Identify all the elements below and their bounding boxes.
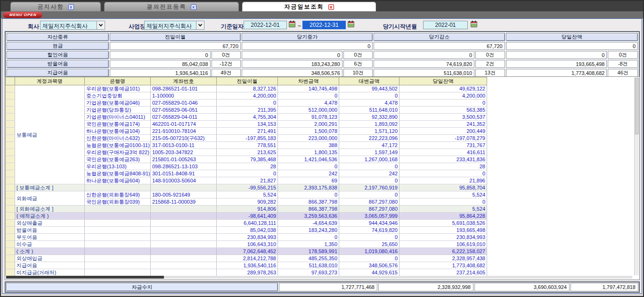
amount-cell[interactable]: 914,806 xyxy=(217,206,278,213)
company-select[interactable]: 제일저지주식회사 xyxy=(40,21,105,30)
amount-cell[interactable]: 183,243,280 xyxy=(278,227,339,234)
amount-cell[interactable]: 2,393,175,838 xyxy=(278,184,339,191)
row-selector[interactable] xyxy=(6,220,15,227)
bank-name[interactable]: 국민은행(외화통장039) xyxy=(85,198,151,206)
row-selector[interactable] xyxy=(6,234,15,241)
amount-cell[interactable]: 4,478 xyxy=(339,99,399,107)
row-selector[interactable] xyxy=(6,99,15,107)
grid-row[interactable]: 외화예금신한은행(외화통장649)180-005-9216495,524005,… xyxy=(6,191,487,198)
amount-cell[interactable]: 4,200,000 xyxy=(217,92,278,99)
amount-cell[interactable]: 2,000,291 xyxy=(278,121,339,128)
amount-cell[interactable]: 1,936,540,116 xyxy=(217,262,278,269)
amount-cell[interactable]: 1,421,046,536 xyxy=(278,156,339,163)
amount-cell[interactable]: 3,065,057,999 xyxy=(339,213,399,220)
bank-name[interactable]: 기업은행(마이너스04011) xyxy=(85,114,151,121)
amount-cell[interactable]: 237,214,605 xyxy=(399,269,487,276)
amount-cell[interactable]: 388 xyxy=(278,142,339,149)
close-icon[interactable]: x xyxy=(68,4,74,10)
grid-row[interactable]: 보통예금우리은행(보통예금101)098-286521-01-1018,327,… xyxy=(6,85,487,92)
account-number[interactable]: 027-055829-06-051 xyxy=(151,107,217,114)
amount-cell[interactable]: 0 xyxy=(217,99,278,107)
amount-cell[interactable]: 242 xyxy=(278,170,339,177)
amount-cell[interactable]: 511,638,010 xyxy=(278,262,339,269)
account-number[interactable]: 317-0013-0100-11 xyxy=(151,142,217,149)
row-selector[interactable] xyxy=(6,248,15,255)
amount-cell[interactable]: 2,328,957,438 xyxy=(399,255,487,262)
amount-cell[interactable]: 0 xyxy=(339,234,399,241)
amount-cell[interactable]: 0 xyxy=(339,255,399,262)
period-start-input[interactable]: 2022-01 xyxy=(423,21,468,29)
amount-cell[interactable]: 0 xyxy=(278,191,339,198)
amount-cell[interactable]: 97,693,273 xyxy=(278,269,339,276)
row-selector[interactable] xyxy=(6,177,15,184)
amount-cell[interactable]: 1,267,000,168 xyxy=(339,156,399,163)
amount-cell[interactable]: 4,200,000 xyxy=(399,92,487,99)
amount-cell[interactable]: 223,000,000 xyxy=(278,135,339,142)
bank-name[interactable]: 신한은행(외화통장649) xyxy=(85,191,151,198)
row-selector[interactable] xyxy=(6,107,15,114)
amount-cell[interactable]: 99,443,502 xyxy=(339,85,399,92)
bank-name[interactable]: 우리은행(구매자금3억 822) xyxy=(85,149,151,156)
vertical-scrollbar[interactable] xyxy=(634,77,639,275)
amount-cell[interactable]: 0 xyxy=(278,92,339,99)
row-selector[interactable] xyxy=(6,269,15,276)
amount-cell[interactable]: 0 xyxy=(399,99,487,107)
amount-cell[interactable]: 944,434,946 xyxy=(339,220,399,227)
amount-cell[interactable]: 1,500,078 xyxy=(278,128,339,135)
menu-open-button[interactable]: MENU OPEN xyxy=(3,12,42,18)
grid-row[interactable]: 지급어음1,936,540,116511,638,010348,506,5761… xyxy=(6,262,487,269)
amount-cell[interactable]: -4,654,639 xyxy=(278,220,339,227)
amount-cell[interactable]: 233,431,836 xyxy=(399,156,487,163)
bank-name[interactable]: 기업은행(당좌통장) xyxy=(85,107,151,114)
amount-cell[interactable]: 92,332,890 xyxy=(339,114,399,121)
account-number[interactable]: 1005-203-347822 xyxy=(151,149,217,156)
horizontal-scrollbar-thumb[interactable] xyxy=(6,276,164,279)
amount-cell[interactable]: 85,042,038 xyxy=(217,227,278,234)
amount-cell[interactable]: 230,834,993 xyxy=(217,234,278,241)
bank-name[interactable]: 우리은행(13-103) xyxy=(85,163,151,170)
amount-cell[interactable]: 140,745,498 xyxy=(278,85,339,92)
amount-cell[interactable]: 49,629,122 xyxy=(399,85,487,92)
horizontal-scrollbar[interactable] xyxy=(6,276,632,279)
calendar-icon[interactable] xyxy=(289,21,296,28)
close-icon[interactable]: x xyxy=(191,4,196,10)
amount-cell[interactable]: 867,297,080 xyxy=(339,198,399,206)
bank-name[interactable]: 농협은행(보통예금8408-91) xyxy=(85,170,151,177)
account-number[interactable]: 180-005-921649 xyxy=(151,191,217,198)
amount-cell[interactable]: 1,773,408,682 xyxy=(399,262,487,269)
amount-cell[interactable]: 178,589,991 xyxy=(278,248,339,255)
amount-cell[interactable]: 867,297,080 xyxy=(339,206,399,213)
amount-cell[interactable]: 134,153 xyxy=(217,121,278,128)
row-selector[interactable] xyxy=(6,121,15,128)
amount-cell[interactable]: 271,491 xyxy=(217,128,278,135)
amount-cell[interactable]: 21,896 xyxy=(399,177,487,184)
row-selector[interactable] xyxy=(6,184,15,191)
amount-cell[interactable]: 485,255,350 xyxy=(278,255,339,262)
base-date-from-input[interactable]: 2022-12-01 xyxy=(244,21,287,29)
grid-row[interactable]: 미수금106,643,3101,35025,650106,619,010 xyxy=(6,241,487,248)
amount-cell[interactable]: 3,500,537 xyxy=(399,114,487,121)
bank-name[interactable]: 국민은행(보통예금263) xyxy=(85,156,151,163)
amount-cell[interactable]: 348,506,576 xyxy=(339,262,399,269)
row-selector[interactable] xyxy=(6,156,15,163)
row-selector[interactable] xyxy=(6,92,15,99)
amount-cell[interactable]: 778,551 xyxy=(217,142,278,149)
base-date-to-input[interactable]: 2022-12-31 xyxy=(302,21,346,29)
bank-name[interactable]: 기업은행(보통예금046) xyxy=(85,99,151,107)
bank-name[interactable]: 신한은행(마이너스632) xyxy=(85,135,151,142)
amount-cell[interactable]: -98,641,409 xyxy=(217,213,278,220)
bank-name[interactable]: 중소기업중앙회 xyxy=(85,92,151,99)
account-number[interactable]: 462201-01-017174 xyxy=(151,121,217,128)
row-selector[interactable] xyxy=(6,128,15,135)
amount-cell[interactable]: 47,172 xyxy=(339,142,399,149)
account-number[interactable]: 1-100000 xyxy=(151,92,217,99)
amount-cell[interactable]: 6,640,128,111 xyxy=(217,220,278,227)
amount-cell[interactable]: 512,000,000 xyxy=(278,107,339,114)
amount-cell[interactable]: 193,665,498 xyxy=(399,227,487,234)
amount-cell[interactable]: -197,078,279 xyxy=(399,135,487,142)
amount-cell[interactable]: 106,643,310 xyxy=(217,241,278,248)
amount-cell[interactable]: 230,834,993 xyxy=(399,234,487,241)
account-number[interactable]: 098-286521-13-103 xyxy=(151,163,217,170)
bank-name[interactable]: 국민은행(보통예금174) xyxy=(85,121,151,128)
row-selector[interactable] xyxy=(6,227,15,234)
